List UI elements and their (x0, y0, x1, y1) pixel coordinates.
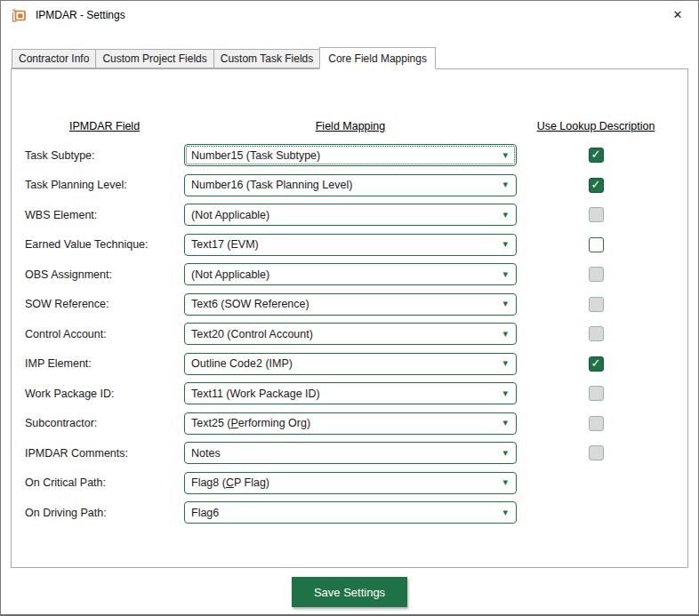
close-icon[interactable]: ✕ (657, 1, 698, 28)
dropdown-value-text: Text25 ( (191, 417, 230, 429)
field-mapping-dropdown[interactable]: Flag6 ▾ (184, 501, 517, 524)
lookup-cell (517, 416, 675, 431)
dropdown-value-text: Text6 (SOW Reference) (191, 298, 309, 310)
lookup-cell: ✓ (517, 356, 675, 372)
field-label: Control Account: (25, 328, 184, 340)
dropdown-selected-value: Text11 (Work Package ID) (191, 388, 320, 400)
chevron-down-icon: ▾ (502, 329, 508, 339)
use-lookup-checkbox (589, 416, 604, 431)
tab-contractor-info[interactable]: Contractor Info (12, 49, 96, 68)
dropdown-value-text: Flag8 ( (191, 476, 226, 489)
titlebar: IPMDAR - Settings ✕ (1, 1, 698, 29)
field-mapping-dropdown[interactable]: Text20 (Control Account) ▾ (184, 323, 517, 345)
field-mapping-dropdown[interactable]: Text11 (Work Package ID) ▾ (184, 382, 517, 404)
dropdown-value-text: Number16 (Task Planning Level) (191, 179, 352, 191)
mapping-row: OBS Assignment: (Not Applicable) ▾ (25, 260, 687, 290)
lookup-cell (517, 237, 675, 252)
chevron-down-icon: ▾ (502, 240, 508, 250)
save-settings-button[interactable]: Save Settings (292, 577, 407, 607)
dropdown-selected-value: Text6 (SOW Reference) (191, 298, 309, 310)
chevron-down-icon: ▾ (502, 269, 508, 279)
tab-core-field-mappings[interactable]: Core Field Mappings (319, 47, 436, 69)
combo-cell: Number15 (Task Subtype) ▾ (184, 144, 517, 166)
dropdown-selected-value: Number15 (Task Subtype) (191, 149, 320, 162)
field-mapping-dropdown[interactable]: Number16 (Task Planning Level) ▾ (184, 174, 517, 196)
footer: Save Settings (1, 577, 698, 607)
chevron-down-icon: ▾ (502, 478, 508, 488)
dropdown-selected-value: (Not Applicable) (191, 209, 269, 221)
use-lookup-checkbox (589, 326, 604, 341)
field-mapping-dropdown[interactable]: Text17 (EVM) ▾ (184, 234, 517, 256)
dropdown-selected-value: Text17 (EVM) (191, 238, 259, 251)
mapping-row: SOW Reference: Text6 (SOW Reference) ▾ (25, 290, 687, 320)
field-mapping-dropdown[interactable]: Outline Code2 (IMP) ▾ (184, 353, 517, 375)
dropdown-selected-value: Flag6 (191, 507, 219, 519)
field-mapping-dropdown[interactable]: Number15 (Task Subtype) ▾ (184, 144, 517, 166)
field-mapping-dropdown[interactable]: (Not Applicable) ▾ (184, 204, 517, 226)
field-mapping-dropdown[interactable]: Notes ▾ (184, 442, 517, 464)
lookup-cell: ✓ (517, 178, 675, 193)
tab-custom-project-fields[interactable]: Custom Project Fields (95, 49, 213, 68)
lookup-cell (517, 386, 675, 401)
chevron-down-icon: ▾ (502, 210, 508, 220)
dropdown-selected-value: Text25 (Performing Org) (191, 417, 310, 429)
field-label: Subcontractor: (25, 417, 184, 429)
field-mapping-dropdown[interactable]: Text25 (Performing Org) ▾ (184, 412, 517, 435)
field-mapping-dropdown[interactable]: Flag8 (CP Flag) ▾ (184, 472, 517, 494)
combo-cell: Notes ▾ (184, 442, 517, 464)
combo-cell: (Not Applicable) ▾ (184, 204, 517, 226)
dropdown-value-text: (Not Applicable) (191, 268, 269, 281)
combo-cell: Text6 (SOW Reference) ▾ (184, 293, 517, 316)
mapping-row: Task Planning Level: Number16 (Task Plan… (25, 171, 687, 201)
dropdown-value-text: Text17 (EVM) (191, 238, 259, 251)
use-lookup-checkbox[interactable]: ✓ (589, 148, 604, 163)
field-mapping-dropdown[interactable]: Text6 (SOW Reference) ▾ (184, 293, 517, 316)
dropdown-value-text: erforming Org) (238, 417, 310, 429)
dropdown-selected-value: (Not Applicable) (191, 268, 269, 281)
header-ipmdar-field: IPMDAR Field (25, 120, 184, 132)
mapping-row: WBS Element: (Not Applicable) ▾ (25, 200, 687, 230)
mapping-row: Control Account: Text20 (Control Account… (25, 319, 687, 349)
tab-strip: Contractor Info Custom Project Fields Cu… (1, 47, 698, 68)
dropdown-selected-value: Notes (191, 447, 221, 460)
dropdown-value-text: Text20 (Control Account) (191, 328, 313, 340)
use-lookup-checkbox (589, 207, 604, 222)
combo-cell: Text20 (Control Account) ▾ (184, 323, 517, 345)
use-lookup-checkbox[interactable]: ✓ (589, 356, 604, 372)
combo-cell: (Not Applicable) ▾ (184, 263, 517, 285)
use-lookup-checkbox (589, 297, 604, 312)
dropdown-value-text: (Not Applicable) (191, 209, 269, 221)
combo-cell: Flag6 ▾ (184, 501, 517, 524)
combo-cell: Text17 (EVM) ▾ (184, 234, 517, 256)
mapping-row: Subcontractor: Text25 (Performing Org) ▾ (25, 409, 687, 439)
mapping-rows: Task Subtype: Number15 (Task Subtype) ▾ … (25, 140, 687, 528)
mapping-row: IPMDAR Comments: Notes ▾ (25, 438, 687, 468)
field-label: Work Package ID: (25, 388, 184, 400)
window-title: IPMDAR - Settings (36, 9, 125, 21)
field-label: Task Planning Level: (25, 179, 184, 191)
dropdown-value-text: Outline Code2 (IMP) (191, 357, 293, 370)
dropdown-value-text: P (230, 417, 237, 429)
field-mapping-dropdown[interactable]: (Not Applicable) ▾ (184, 263, 517, 285)
field-label: On Critical Path: (25, 476, 184, 489)
mapping-row: Earned Value Technique: Text17 (EVM) ▾ (25, 230, 687, 260)
use-lookup-checkbox (589, 267, 604, 282)
chevron-down-icon: ▾ (502, 150, 508, 160)
combo-cell: Text11 (Work Package ID) ▾ (184, 382, 517, 404)
lookup-cell (517, 445, 675, 460)
use-lookup-checkbox (589, 386, 604, 401)
use-lookup-checkbox[interactable]: ✓ (589, 178, 604, 193)
mapping-row: Work Package ID: Text11 (Work Package ID… (25, 379, 687, 409)
dropdown-value-text: Number15 (Task Subtype) (191, 149, 320, 162)
lookup-cell (517, 207, 675, 222)
header-field-mapping: Field Mapping (184, 120, 517, 132)
column-headers: IPMDAR Field Field Mapping Use Lookup De… (25, 120, 687, 132)
field-label: Task Subtype: (25, 149, 184, 162)
tab-custom-task-fields[interactable]: Custom Task Fields (213, 49, 320, 68)
dropdown-value-text: P Flag) (234, 476, 269, 489)
dropdown-selected-value: Text20 (Control Account) (191, 328, 313, 340)
field-label: IPMDAR Comments: (25, 447, 184, 460)
chevron-down-icon: ▾ (502, 448, 508, 458)
use-lookup-checkbox[interactable] (589, 237, 604, 252)
check-icon: ✓ (591, 179, 601, 190)
